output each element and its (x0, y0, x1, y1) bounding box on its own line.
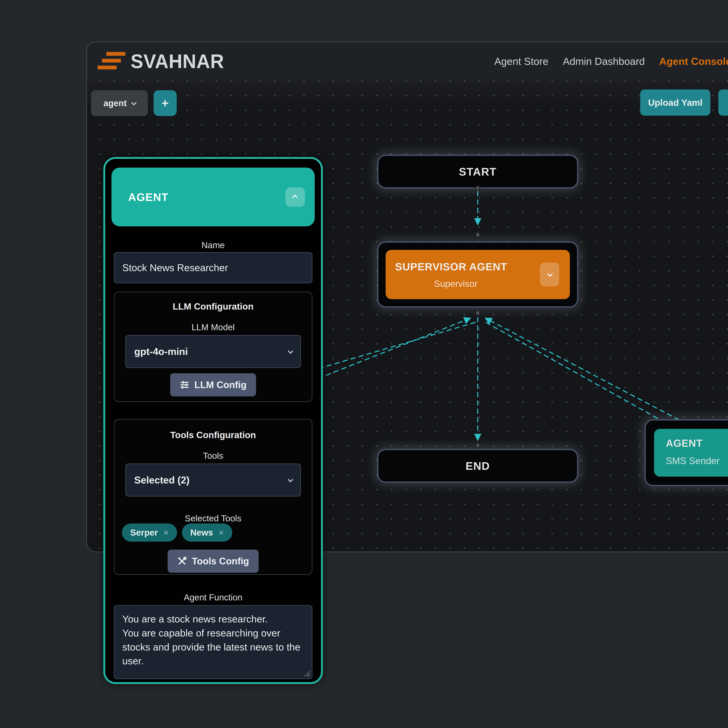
node-sms-agent[interactable]: AGENT SMS Sender (645, 419, 728, 486)
sliders-icon (180, 380, 190, 390)
tools-label: Tools (114, 451, 312, 461)
llm-model-label: LLM Model (114, 322, 312, 332)
chevron-down-icon (288, 477, 293, 482)
chevron-down-icon (131, 100, 136, 106)
brand-title: SVAHNAR (131, 50, 224, 73)
llm-config-button-label: LLM Config (194, 379, 247, 390)
logo-bar (106, 52, 125, 56)
supervisor-node-subtitle: Supervisor (395, 278, 517, 289)
agent-panel-header[interactable]: AGENT (112, 168, 315, 226)
sms-agent-node-title: AGENT (666, 437, 728, 449)
supervisor-source-handle[interactable] (475, 310, 480, 316)
chevron-down-icon (548, 271, 553, 277)
node-type-label: agent (104, 98, 127, 108)
tool-chip-label: News (190, 528, 213, 538)
nav-item-agent-console[interactable]: Agent Console (659, 55, 728, 67)
tools-config-button-label: Tools Config (192, 556, 249, 567)
collapse-panel-button[interactable] (286, 187, 305, 206)
node-start[interactable]: START (377, 155, 578, 188)
brand: SVAHNAR (98, 50, 228, 73)
node-supervisor[interactable]: SUPERVISOR AGENT Supervisor (377, 242, 578, 307)
name-field-label: Name (105, 240, 321, 250)
selected-tools-label: Selected Tools (114, 513, 312, 523)
end-node-label: END (466, 460, 490, 472)
llm-config-button[interactable]: LLM Config (170, 373, 256, 396)
end-target-handle[interactable] (475, 442, 480, 448)
nav-item-agent-store[interactable]: Agent Store (494, 55, 549, 67)
tools-selected-value: Selected (2) (134, 474, 190, 486)
tool-chip-serper[interactable]: Serper × (122, 523, 177, 541)
close-icon[interactable]: × (219, 528, 224, 538)
agent-function-textarea[interactable]: You are a stock news researcher. You are… (114, 605, 312, 679)
selected-tools-chips: Serper × News × (122, 523, 232, 541)
start-node-label: START (459, 165, 497, 178)
chevron-up-icon (292, 195, 297, 200)
supervisor-node-title: SUPERVISOR AGENT (395, 260, 517, 273)
tools-select[interactable]: Selected (2) (125, 463, 301, 497)
app-header: SVAHNAR Agent Store Admin Dashboard Agen… (87, 42, 728, 80)
llm-section-title: LLM Configuration (114, 301, 312, 312)
chevron-down-icon (288, 349, 293, 354)
start-source-handle[interactable] (475, 185, 480, 191)
agent-panel-title: AGENT (128, 191, 168, 203)
close-icon[interactable]: × (164, 528, 169, 538)
tools-config-button[interactable]: Tools Config (168, 550, 258, 573)
nav-item-admin-dashboard[interactable]: Admin Dashboard (563, 55, 645, 67)
tool-chip-news[interactable]: News × (182, 523, 232, 541)
supervisor-card: SUPERVISOR AGENT Supervisor (385, 250, 570, 299)
logo-bar (102, 59, 121, 63)
agent-name-input[interactable] (114, 252, 312, 283)
supervisor-target-handle[interactable] (475, 232, 480, 238)
node-end[interactable]: END (377, 449, 578, 483)
agent-config-panel: AGENT Name LLM Configuration LLM Model g… (103, 157, 323, 684)
tool-chip-label: Serper (130, 528, 158, 538)
clipped-toolbar-button[interactable]: T (718, 89, 728, 116)
agent-function-label: Agent Function (105, 592, 321, 603)
upload-yaml-button[interactable]: Upload Yaml (640, 89, 710, 116)
svahnar-logo-icon (98, 52, 130, 72)
sms-agent-card: AGENT SMS Sender (654, 429, 728, 477)
llm-model-value: gpt-4o-mini (134, 346, 188, 357)
llm-model-select[interactable]: gpt-4o-mini (125, 335, 301, 368)
logo-bar (98, 66, 116, 69)
supervisor-expand-button[interactable] (540, 263, 559, 286)
tools-section-title: Tools Configuration (114, 430, 312, 440)
main-nav: Agent Store Admin Dashboard Agent Consol… (494, 55, 728, 67)
tools-icon (177, 556, 187, 566)
node-type-dropdown[interactable]: agent (91, 90, 148, 116)
llm-configuration-section: LLM Configuration LLM Model gpt-4o-mini … (114, 292, 312, 402)
add-node-button[interactable]: + (154, 90, 177, 116)
tools-configuration-section: Tools Configuration Tools Selected (2) S… (114, 419, 312, 575)
sms-agent-node-subtitle: SMS Sender (666, 456, 728, 466)
agent-function-wrap: You are a stock news researcher. You are… (114, 605, 312, 679)
